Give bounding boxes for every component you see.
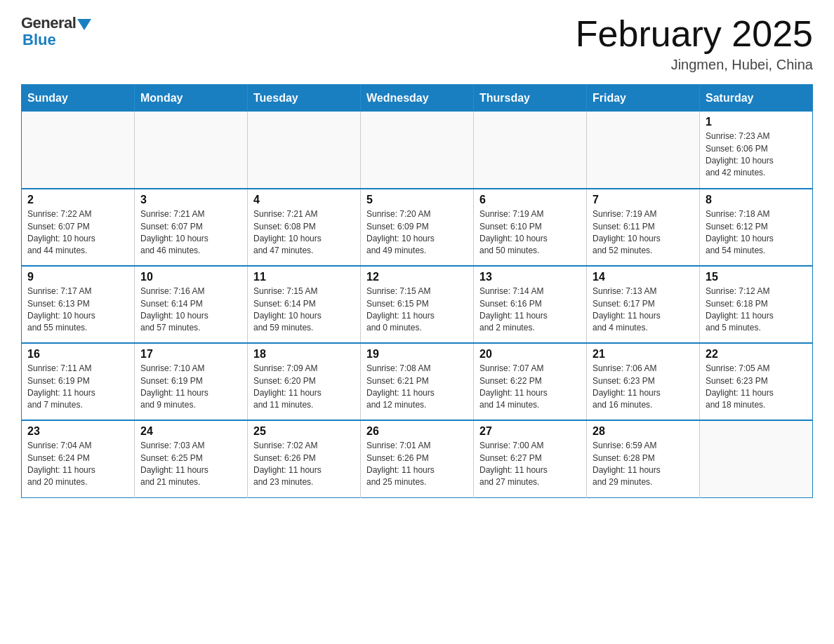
day-info: Sunrise: 7:05 AM Sunset: 6:23 PM Dayligh… [706, 363, 807, 412]
title-block: February 2025 Jingmen, Hubei, China [576, 14, 813, 73]
calendar-cell: 1Sunrise: 7:23 AM Sunset: 6:06 PM Daylig… [700, 112, 813, 189]
calendar-cell [135, 112, 248, 189]
day-number: 19 [366, 348, 468, 361]
day-number: 27 [479, 425, 581, 438]
calendar-cell [22, 112, 135, 189]
day-info: Sunrise: 7:13 AM Sunset: 6:17 PM Dayligh… [593, 286, 694, 335]
calendar-cell: 6Sunrise: 7:19 AM Sunset: 6:10 PM Daylig… [474, 189, 587, 266]
day-number: 25 [253, 425, 355, 438]
day-number: 6 [479, 194, 581, 206]
calendar-cell: 16Sunrise: 7:11 AM Sunset: 6:19 PM Dayli… [22, 343, 135, 420]
calendar-cell: 24Sunrise: 7:03 AM Sunset: 6:25 PM Dayli… [135, 420, 248, 497]
day-info: Sunrise: 7:21 AM Sunset: 6:07 PM Dayligh… [140, 208, 241, 257]
logo-general-text: General [21, 14, 76, 32]
weekday-header-saturday: Saturday [700, 85, 813, 112]
day-info: Sunrise: 7:06 AM Sunset: 6:23 PM Dayligh… [593, 363, 694, 412]
calendar-cell: 27Sunrise: 7:00 AM Sunset: 6:27 PM Dayli… [474, 420, 587, 497]
day-number: 2 [27, 194, 128, 206]
day-info: Sunrise: 7:09 AM Sunset: 6:20 PM Dayligh… [253, 363, 355, 412]
calendar-cell: 15Sunrise: 7:12 AM Sunset: 6:18 PM Dayli… [700, 266, 813, 343]
day-info: Sunrise: 7:17 AM Sunset: 6:13 PM Dayligh… [27, 286, 128, 335]
calendar-cell: 12Sunrise: 7:15 AM Sunset: 6:15 PM Dayli… [361, 266, 474, 343]
calendar-cell: 22Sunrise: 7:05 AM Sunset: 6:23 PM Dayli… [700, 343, 813, 420]
calendar-title: February 2025 [576, 14, 813, 54]
day-info: Sunrise: 7:21 AM Sunset: 6:08 PM Dayligh… [253, 208, 355, 257]
calendar-week-row: 23Sunrise: 7:04 AM Sunset: 6:24 PM Dayli… [22, 420, 813, 497]
calendar-cell: 26Sunrise: 7:01 AM Sunset: 6:26 PM Dayli… [361, 420, 474, 497]
calendar-cell [587, 112, 700, 189]
calendar-cell: 2Sunrise: 7:22 AM Sunset: 6:07 PM Daylig… [22, 189, 135, 266]
calendar-cell: 20Sunrise: 7:07 AM Sunset: 6:22 PM Dayli… [474, 343, 587, 420]
calendar-cell: 3Sunrise: 7:21 AM Sunset: 6:07 PM Daylig… [135, 189, 248, 266]
day-info: Sunrise: 7:02 AM Sunset: 6:26 PM Dayligh… [253, 440, 355, 489]
calendar-cell: 7Sunrise: 7:19 AM Sunset: 6:11 PM Daylig… [587, 189, 700, 266]
day-number: 18 [253, 348, 355, 361]
day-number: 12 [366, 271, 468, 283]
calendar-cell: 5Sunrise: 7:20 AM Sunset: 6:09 PM Daylig… [361, 189, 474, 266]
day-number: 28 [593, 425, 694, 438]
calendar-cell: 28Sunrise: 6:59 AM Sunset: 6:28 PM Dayli… [587, 420, 700, 497]
day-info: Sunrise: 7:12 AM Sunset: 6:18 PM Dayligh… [706, 286, 807, 335]
day-info: Sunrise: 6:59 AM Sunset: 6:28 PM Dayligh… [593, 440, 694, 489]
calendar-cell [474, 112, 587, 189]
calendar-cell: 18Sunrise: 7:09 AM Sunset: 6:20 PM Dayli… [248, 343, 361, 420]
weekday-header-tuesday: Tuesday [248, 85, 361, 112]
day-info: Sunrise: 7:10 AM Sunset: 6:19 PM Dayligh… [140, 363, 241, 412]
day-info: Sunrise: 7:19 AM Sunset: 6:11 PM Dayligh… [593, 208, 694, 257]
calendar-week-row: 1Sunrise: 7:23 AM Sunset: 6:06 PM Daylig… [22, 112, 813, 189]
day-number: 7 [593, 194, 694, 206]
day-info: Sunrise: 7:22 AM Sunset: 6:07 PM Dayligh… [27, 208, 128, 257]
day-number: 10 [140, 271, 241, 283]
day-info: Sunrise: 7:16 AM Sunset: 6:14 PM Dayligh… [140, 286, 241, 335]
day-info: Sunrise: 7:08 AM Sunset: 6:21 PM Dayligh… [366, 363, 468, 412]
calendar-cell: 25Sunrise: 7:02 AM Sunset: 6:26 PM Dayli… [248, 420, 361, 497]
day-info: Sunrise: 7:00 AM Sunset: 6:27 PM Dayligh… [479, 440, 581, 489]
calendar-cell: 23Sunrise: 7:04 AM Sunset: 6:24 PM Dayli… [22, 420, 135, 497]
calendar-table: SundayMondayTuesdayWednesdayThursdayFrid… [21, 84, 813, 498]
weekday-row: SundayMondayTuesdayWednesdayThursdayFrid… [22, 85, 813, 112]
calendar-cell [248, 112, 361, 189]
day-info: Sunrise: 7:15 AM Sunset: 6:15 PM Dayligh… [366, 286, 468, 335]
calendar-cell: 10Sunrise: 7:16 AM Sunset: 6:14 PM Dayli… [135, 266, 248, 343]
calendar-cell: 4Sunrise: 7:21 AM Sunset: 6:08 PM Daylig… [248, 189, 361, 266]
day-info: Sunrise: 7:20 AM Sunset: 6:09 PM Dayligh… [366, 208, 468, 257]
day-number: 21 [593, 348, 694, 361]
day-number: 26 [366, 425, 468, 438]
calendar-cell: 8Sunrise: 7:18 AM Sunset: 6:12 PM Daylig… [700, 189, 813, 266]
calendar-week-row: 16Sunrise: 7:11 AM Sunset: 6:19 PM Dayli… [22, 343, 813, 420]
calendar-cell: 19Sunrise: 7:08 AM Sunset: 6:21 PM Dayli… [361, 343, 474, 420]
day-number: 16 [27, 348, 128, 361]
day-info: Sunrise: 7:23 AM Sunset: 6:06 PM Dayligh… [706, 130, 807, 180]
logo-triangle-icon [77, 19, 91, 30]
day-number: 17 [140, 348, 241, 361]
weekday-header-thursday: Thursday [474, 85, 587, 112]
day-info: Sunrise: 7:04 AM Sunset: 6:24 PM Dayligh… [27, 440, 128, 489]
weekday-header-friday: Friday [587, 85, 700, 112]
day-number: 1 [706, 116, 807, 128]
day-number: 9 [27, 271, 128, 283]
day-info: Sunrise: 7:01 AM Sunset: 6:26 PM Dayligh… [366, 440, 468, 489]
page-header: General Blue February 2025 Jingmen, Hube… [21, 14, 813, 73]
weekday-header-wednesday: Wednesday [361, 85, 474, 112]
calendar-body: 1Sunrise: 7:23 AM Sunset: 6:06 PM Daylig… [22, 112, 813, 497]
calendar-cell: 13Sunrise: 7:14 AM Sunset: 6:16 PM Dayli… [474, 266, 587, 343]
weekday-header-sunday: Sunday [22, 85, 135, 112]
day-number: 13 [479, 271, 581, 283]
day-info: Sunrise: 7:19 AM Sunset: 6:10 PM Dayligh… [479, 208, 581, 257]
day-number: 3 [140, 194, 241, 206]
logo-blue-text: Blue [21, 31, 56, 49]
calendar-location: Jingmen, Hubei, China [576, 57, 813, 73]
day-info: Sunrise: 7:15 AM Sunset: 6:14 PM Dayligh… [253, 286, 355, 335]
calendar-cell: 11Sunrise: 7:15 AM Sunset: 6:14 PM Dayli… [248, 266, 361, 343]
calendar-week-row: 9Sunrise: 7:17 AM Sunset: 6:13 PM Daylig… [22, 266, 813, 343]
calendar-cell: 9Sunrise: 7:17 AM Sunset: 6:13 PM Daylig… [22, 266, 135, 343]
calendar-cell [700, 420, 813, 497]
day-number: 20 [479, 348, 581, 361]
day-number: 22 [706, 348, 807, 361]
calendar-header: SundayMondayTuesdayWednesdayThursdayFrid… [22, 85, 813, 112]
logo: General Blue [21, 14, 91, 49]
weekday-header-monday: Monday [135, 85, 248, 112]
day-info: Sunrise: 7:11 AM Sunset: 6:19 PM Dayligh… [27, 363, 128, 412]
day-number: 5 [366, 194, 468, 206]
day-info: Sunrise: 7:07 AM Sunset: 6:22 PM Dayligh… [479, 363, 581, 412]
